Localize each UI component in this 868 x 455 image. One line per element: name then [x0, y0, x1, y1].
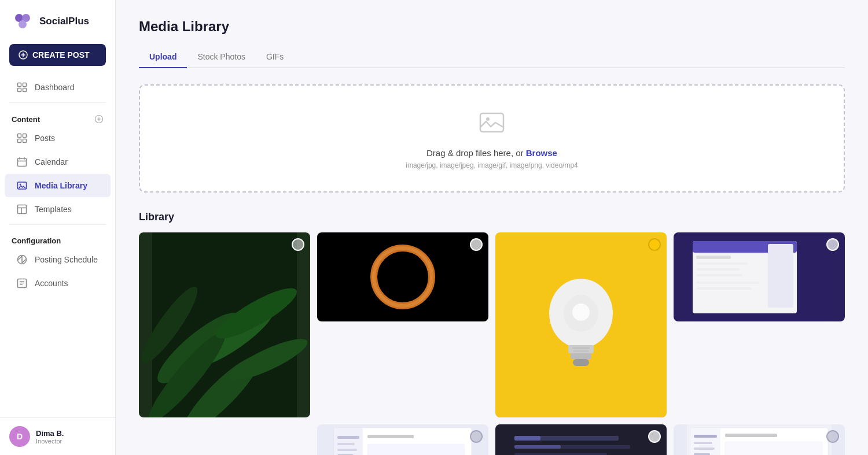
svg-rect-94 — [694, 447, 715, 450]
media-item[interactable] — [495, 232, 667, 417]
svg-rect-50 — [573, 359, 589, 366]
svg-rect-57 — [696, 256, 731, 259]
sidebar-item-media-library[interactable]: Media Library — [5, 174, 111, 197]
dashboard-icon — [16, 82, 28, 93]
select-checkbox[interactable] — [826, 238, 839, 251]
svg-point-22 — [20, 184, 21, 185]
media-thumbnail — [317, 232, 488, 321]
section-divider-2 — [9, 224, 106, 225]
svg-rect-6 — [18, 83, 21, 87]
svg-rect-96 — [725, 434, 777, 437]
sidebar-item-templates[interactable]: Templates — [5, 198, 111, 221]
section-divider — [9, 102, 106, 103]
svg-point-47 — [572, 304, 590, 321]
media-thumbnail — [317, 424, 488, 455]
svg-rect-58 — [696, 262, 748, 265]
svg-point-32 — [486, 117, 490, 121]
svg-rect-59 — [696, 268, 740, 271]
sidebar-item-posting-schedule[interactable]: Posting Schedule — [5, 248, 111, 271]
app-logo: SocialPlus — [0, 0, 115, 42]
svg-rect-31 — [480, 113, 503, 132]
accounts-icon — [16, 278, 28, 289]
page-title: Media Library — [139, 19, 845, 35]
accounts-label: Accounts — [35, 279, 68, 288]
posting-schedule-label: Posting Schedule — [35, 255, 98, 264]
svg-rect-67 — [337, 443, 355, 445]
media-thumbnail — [674, 232, 845, 321]
select-checkbox[interactable] — [648, 238, 661, 251]
svg-rect-48 — [568, 345, 594, 353]
svg-rect-13 — [18, 134, 21, 138]
plus-circle-icon — [19, 50, 28, 60]
select-checkbox[interactable] — [470, 238, 483, 251]
media-thumbnail — [495, 232, 667, 417]
content-section-header: Content — [0, 106, 115, 126]
image-upload-icon — [477, 108, 507, 140]
media-library-label: Media Library — [35, 181, 87, 190]
browse-link[interactable]: Browse — [526, 148, 557, 158]
svg-rect-62 — [696, 287, 751, 290]
sidebar: SocialPlus CREATE POST Dashboard Content — [0, 0, 116, 455]
templates-label: Templates — [35, 205, 72, 214]
svg-rect-76 — [514, 436, 540, 441]
user-profile[interactable]: D Dima B. Inovector — [0, 417, 115, 455]
media-item[interactable] — [495, 424, 667, 455]
media-thumbnail — [674, 424, 845, 455]
sidebar-item-accounts[interactable]: Accounts — [5, 272, 111, 295]
select-checkbox[interactable] — [648, 430, 661, 443]
svg-rect-14 — [23, 134, 27, 138]
posts-label: Posts — [35, 134, 55, 143]
svg-rect-71 — [367, 444, 465, 455]
configuration-section-header: Configuration — [0, 228, 115, 247]
main-content: Media Library Upload Stock Photos GIFs D… — [116, 0, 868, 455]
media-item[interactable] — [674, 232, 845, 321]
svg-rect-92 — [694, 435, 717, 438]
svg-rect-8 — [18, 88, 21, 92]
svg-point-2 — [19, 20, 27, 28]
tab-stock-photos[interactable]: Stock Photos — [187, 47, 256, 68]
svg-rect-23 — [18, 205, 27, 214]
media-item[interactable] — [317, 424, 488, 455]
media-item[interactable] — [317, 232, 488, 321]
svg-rect-68 — [337, 449, 357, 451]
svg-rect-9 — [23, 88, 27, 92]
create-post-button[interactable]: CREATE POST — [9, 44, 106, 66]
upload-dropzone[interactable]: Drag & drop files here, or Browse image/… — [139, 84, 845, 193]
sidebar-nav: Dashboard Content Posts — [0, 75, 115, 417]
tab-gifs[interactable]: GIFs — [256, 47, 294, 68]
add-section-icon[interactable] — [94, 114, 104, 124]
sidebar-item-dashboard[interactable]: Dashboard — [5, 76, 111, 99]
media-item[interactable] — [674, 424, 845, 455]
sidebar-item-calendar[interactable]: Calendar — [5, 150, 111, 173]
calendar-icon — [16, 156, 28, 168]
media-grid — [139, 232, 845, 455]
user-company: Inovector — [36, 438, 64, 445]
media-item[interactable] — [139, 232, 310, 417]
user-info: Dima B. Inovector — [36, 429, 64, 445]
tab-upload[interactable]: Upload — [139, 47, 187, 68]
upload-formats: image/jpg, image/jpeg, image/gif, image/… — [406, 161, 578, 169]
dashboard-label: Dashboard — [35, 83, 75, 92]
library-title: Library — [139, 211, 845, 223]
templates-icon — [16, 204, 28, 215]
posting-schedule-icon — [16, 254, 28, 265]
avatar: D — [9, 426, 30, 447]
media-thumbnail — [495, 424, 667, 455]
app-name: SocialPlus — [39, 16, 89, 27]
svg-rect-91 — [690, 428, 720, 455]
upload-text: Drag & drop files here, or Browse — [426, 148, 557, 158]
media-thumbnail — [139, 232, 310, 417]
svg-rect-93 — [694, 442, 712, 444]
select-checkbox[interactable] — [826, 430, 839, 443]
calendar-label: Calendar — [35, 157, 68, 167]
svg-rect-17 — [18, 158, 27, 167]
sidebar-item-posts[interactable]: Posts — [5, 127, 111, 150]
posts-icon — [16, 132, 28, 144]
select-checkbox[interactable] — [470, 430, 483, 443]
tab-bar: Upload Stock Photos GIFs — [139, 47, 845, 68]
svg-rect-16 — [23, 139, 27, 143]
svg-rect-78 — [514, 445, 561, 449]
select-checkbox[interactable] — [292, 238, 304, 251]
user-name: Dima B. — [36, 429, 64, 438]
svg-rect-15 — [18, 139, 21, 143]
